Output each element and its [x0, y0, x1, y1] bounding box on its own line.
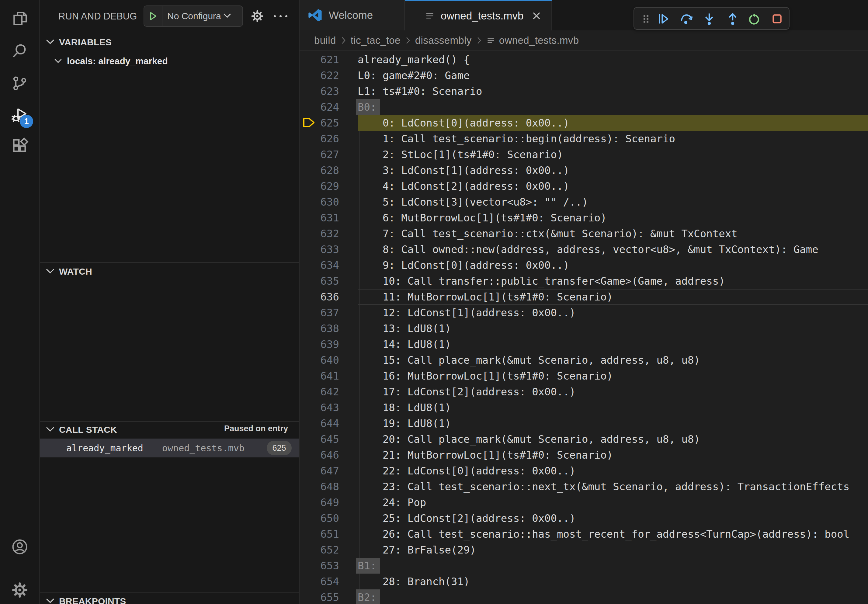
search-icon[interactable] — [11, 42, 28, 59]
code-line[interactable]: 626 1: Call test_scenario::begin(address… — [299, 131, 868, 147]
code-line[interactable]: 654 28: Branch(31) — [299, 574, 868, 589]
code-line[interactable]: 628 3: LdConst[1](address: 0x00..) — [299, 163, 868, 178]
code-line[interactable]: 625 0: LdConst[0](address: 0x00..) — [299, 115, 868, 131]
line-text: L1: ts#1#0: Scenario — [358, 83, 482, 99]
code-line[interactable]: 650 25: LdConst[2](address: 0x00..) — [299, 510, 868, 526]
breadcrumb-item[interactable]: owned_tests.mvb — [499, 35, 579, 46]
code-line[interactable]: 651 26: Call test_scenario::has_most_rec… — [299, 526, 868, 542]
code-line[interactable]: 653 B1: — [299, 558, 868, 574]
code-line[interactable]: 642 17: LdConst[2](address: 0x00..) — [299, 384, 868, 400]
step-into-icon[interactable] — [702, 12, 716, 26]
line-number: 640 — [299, 352, 339, 368]
line-number: 655 — [299, 589, 339, 604]
code-line[interactable]: 623 L1: ts#1#0: Scenario — [299, 83, 868, 99]
code-line[interactable]: 639 14: LdU8(1) — [299, 336, 868, 352]
chevron-down-icon[interactable] — [45, 38, 55, 46]
editor-region: Welcome owned_tests.mvb build tic_tac_to… — [299, 0, 868, 604]
line-text: 2: StLoc[1](ts#1#0: Scenario) — [358, 147, 563, 163]
code-line[interactable]: 646 21: MutBorrowLoc[1](ts#1#0: Scenario… — [299, 447, 868, 463]
code-line[interactable]: 635 10: Call transfer::public_transfer<G… — [299, 273, 868, 289]
start-debug-icon[interactable] — [144, 10, 162, 22]
line-number: 652 — [299, 542, 339, 558]
config-dropdown-label[interactable]: No Configura — [167, 11, 221, 21]
breadcrumb-item[interactable]: disassembly — [415, 35, 472, 46]
chevron-down-icon[interactable] — [45, 597, 55, 604]
frame-function: already_marked — [66, 443, 143, 454]
code-line[interactable]: 641 16: MutBorrowLoc[1](ts#1#0: Scenario… — [299, 368, 868, 384]
line-text: 15: Call place_mark(&mut Scenario, addre… — [358, 352, 700, 368]
code-line[interactable]: 633 8: Call owned::new(address, address,… — [299, 242, 868, 257]
line-text: 19: LdU8(1) — [358, 415, 451, 431]
code-line[interactable]: 652 27: BrFalse(29) — [299, 542, 868, 558]
settings-gear-icon[interactable] — [11, 581, 28, 599]
line-text: B2: — [356, 589, 380, 604]
tab-label: Welcome — [329, 9, 373, 21]
code-line[interactable]: 627 2: StLoc[1](ts#1#0: Scenario) — [299, 147, 868, 163]
close-icon[interactable] — [531, 11, 542, 21]
line-number: 630 — [299, 194, 339, 210]
call-stack-section-header[interactable]: CALL STACK — [59, 424, 117, 435]
step-out-icon[interactable] — [726, 12, 739, 26]
code-line[interactable]: 643 18: LdU8(1) — [299, 400, 868, 415]
line-text: 24: Pop — [358, 494, 426, 510]
code-line[interactable]: 637 12: LdConst[1](address: 0x00..) — [299, 305, 868, 321]
restart-icon[interactable] — [747, 12, 761, 26]
code-line[interactable]: 638 13: LdU8(1) — [299, 321, 868, 336]
line-number: 649 — [299, 494, 339, 510]
run-and-debug-panel: RUN AND DEBUG No Configura V — [40, 0, 299, 604]
code-line[interactable]: 629 4: LdConst[2](address: 0x00..) — [299, 178, 868, 194]
stack-frame-row[interactable]: already_marked owned_tests.mvb 625 — [40, 438, 299, 457]
line-text: 18: LdU8(1) — [358, 400, 451, 415]
account-icon[interactable] — [11, 538, 28, 555]
explorer-icon[interactable] — [11, 10, 28, 27]
step-over-icon[interactable] — [680, 12, 693, 26]
tab-welcome[interactable]: Welcome — [299, 0, 405, 30]
line-number: 645 — [299, 431, 339, 447]
watch-section-header[interactable]: WATCH — [59, 266, 92, 277]
debug-badge: 1 — [20, 115, 33, 128]
code-line[interactable]: 632 7: Call test_scenario::ctx(&mut Scen… — [299, 226, 868, 242]
extensions-icon[interactable] — [11, 137, 28, 154]
breakpoints-section-header[interactable]: BREAKPOINTS — [59, 596, 126, 604]
code-line[interactable]: 647 22: LdConst[0](address: 0x00..) — [299, 463, 868, 479]
code-line[interactable]: 624 B0: — [299, 99, 868, 115]
line-text: 26: Call test_scenario::has_most_recent_… — [358, 526, 849, 542]
more-actions-icon[interactable] — [272, 9, 289, 23]
code-line[interactable]: 621 already_marked() { — [299, 52, 868, 68]
chevron-down-icon[interactable] — [45, 267, 55, 275]
drag-handle-icon[interactable] — [639, 12, 653, 26]
line-text: already_marked() { — [358, 52, 470, 68]
code-line[interactable]: 648 23: Call test_scenario::next_tx(&mut… — [299, 479, 868, 494]
debug-config-dropdown[interactable]: No Configura — [144, 5, 243, 27]
debug-settings-gear-icon[interactable] — [251, 9, 264, 23]
line-number: 623 — [299, 83, 339, 99]
code-line[interactable]: 630 5: LdConst[3](vector<u8>: "" /..) — [299, 194, 868, 210]
line-number: 631 — [299, 210, 339, 226]
line-text: 4: LdConst[2](address: 0x00..) — [358, 178, 569, 194]
variables-section-header[interactable]: VARIABLES — [59, 37, 112, 48]
code-line[interactable]: 649 24: Pop — [299, 494, 868, 510]
code-line[interactable]: 644 19: LdU8(1) — [299, 415, 868, 431]
line-text: 3: LdConst[1](address: 0x00..) — [358, 163, 569, 178]
line-number: 636 — [299, 289, 339, 305]
code-line[interactable]: 640 15: Call place_mark(&mut Scenario, a… — [299, 352, 868, 368]
code-line[interactable]: 636 11: MutBorrowLoc[1](ts#1#0: Scenario… — [299, 289, 868, 305]
code-line[interactable]: 631 6: MutBorrowLoc[1](ts#1#0: Scenario) — [299, 210, 868, 226]
code-line[interactable]: 655 B2: — [299, 589, 868, 604]
locals-scope-row[interactable]: locals: already_marked — [40, 52, 299, 71]
source-control-icon[interactable] — [11, 75, 28, 92]
chevron-down-icon — [54, 57, 64, 65]
line-number: 628 — [299, 163, 339, 178]
tab-owned-tests[interactable]: owned_tests.mvb — [405, 0, 552, 30]
chevron-down-icon[interactable] — [45, 425, 55, 433]
code-line[interactable]: 645 20: Call place_mark(&mut Scenario, a… — [299, 431, 868, 447]
line-number: 626 — [299, 131, 339, 147]
code-line[interactable]: 634 9: LdConst[0](address: 0x00..) — [299, 257, 868, 273]
line-text: 0: LdConst[0](address: 0x00..) — [358, 115, 569, 131]
breadcrumb-item[interactable]: tic_tac_toe — [351, 35, 401, 46]
breadcrumb-item[interactable]: build — [314, 35, 336, 46]
code-line[interactable]: 622 L0: game#2#0: Game — [299, 68, 868, 83]
continue-icon[interactable] — [656, 12, 670, 26]
code-editor[interactable]: 621 already_marked() { 622 L0: game#2#0:… — [299, 51, 868, 604]
stop-icon[interactable] — [770, 12, 784, 26]
